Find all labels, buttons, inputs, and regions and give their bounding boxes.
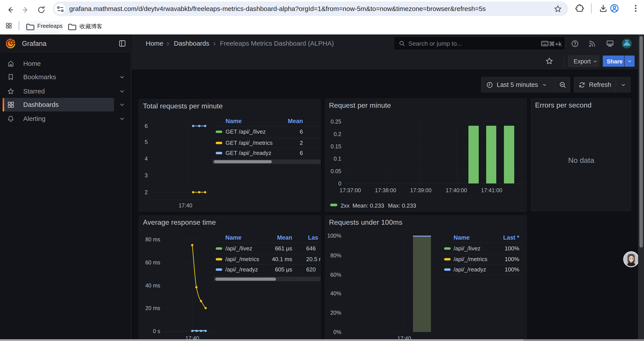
svg-text:20 ms: 20 ms bbox=[145, 305, 160, 311]
svg-text:4: 4 bbox=[145, 156, 148, 162]
svg-text:3: 3 bbox=[145, 172, 148, 178]
svg-text:17:40:00: 17:40:00 bbox=[446, 187, 467, 193]
svg-text:5: 5 bbox=[145, 139, 148, 145]
svg-text:17:38:00: 17:38:00 bbox=[375, 187, 396, 193]
svg-text:60%: 60% bbox=[330, 272, 341, 278]
svg-text:0.25: 0.25 bbox=[330, 119, 341, 125]
svg-text:2: 2 bbox=[145, 189, 148, 195]
svg-text:17:39:00: 17:39:00 bbox=[410, 187, 432, 193]
svg-text:0.15: 0.15 bbox=[330, 143, 341, 149]
svg-text:40 ms: 40 ms bbox=[145, 282, 160, 288]
svg-text:0: 0 bbox=[338, 180, 341, 187]
svg-text:0.1: 0.1 bbox=[334, 156, 341, 162]
svg-text:0.2: 0.2 bbox=[334, 131, 341, 137]
svg-text:17:41:00: 17:41:00 bbox=[481, 187, 502, 193]
svg-text:40%: 40% bbox=[330, 290, 341, 296]
svg-text:80 ms: 80 ms bbox=[145, 236, 160, 242]
svg-text:6: 6 bbox=[145, 123, 148, 129]
svg-text:20%: 20% bbox=[330, 310, 341, 316]
svg-text:80%: 80% bbox=[330, 252, 341, 258]
svg-text:60 ms: 60 ms bbox=[145, 259, 160, 265]
svg-text:0 s: 0 s bbox=[153, 328, 160, 334]
svg-text:0.05: 0.05 bbox=[330, 168, 341, 174]
svg-text:100%: 100% bbox=[327, 233, 341, 239]
svg-text:17:37:00: 17:37:00 bbox=[340, 187, 361, 193]
svg-text:17:40: 17:40 bbox=[179, 202, 192, 208]
svg-text:0%: 0% bbox=[334, 329, 341, 335]
